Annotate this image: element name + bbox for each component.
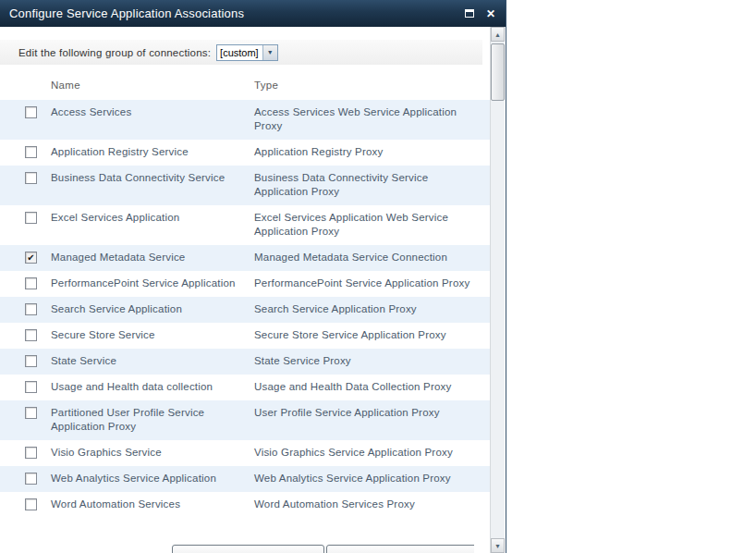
table-row: Visio Graphics Service Visio Graphics Se…	[0, 440, 490, 466]
dialog-content: Edit the following group of connections:…	[0, 27, 490, 553]
scroll-down-icon: ▼	[494, 543, 501, 549]
dropdown-button[interactable]: ▼	[262, 45, 277, 60]
partial-button-left[interactable]	[172, 545, 324, 553]
bottom-button-area	[0, 545, 474, 553]
row-checkbox[interactable]	[25, 498, 37, 510]
scroll-down-button[interactable]: ▼	[491, 538, 505, 553]
close-button[interactable]: ✕	[484, 7, 497, 20]
connection-group-bar: Edit the following group of connections:…	[0, 40, 482, 65]
table-row: Excel Services Application Excel Service…	[0, 205, 490, 245]
connection-group-value: [custom]	[217, 45, 262, 60]
scroll-up-icon: ▲	[494, 31, 501, 38]
row-name: Visio Graphics Service	[51, 446, 240, 460]
row-checkbox[interactable]	[25, 329, 37, 341]
row-type: Application Registry Proxy	[254, 145, 476, 159]
row-name: Partitioned User Profile Service Applica…	[51, 406, 240, 434]
row-type: Business Data Connectivity Service Appli…	[254, 171, 476, 199]
row-checkbox[interactable]	[25, 447, 37, 459]
connection-group-dropdown[interactable]: [custom] ▼	[216, 44, 278, 61]
scrollbar-thumb[interactable]	[491, 43, 505, 101]
row-checkbox[interactable]	[25, 355, 37, 367]
chevron-down-icon: ▼	[267, 49, 274, 55]
row-type: PerformancePoint Service Application Pro…	[254, 276, 476, 290]
desktop-background: Configure Service Application Associatio…	[0, 0, 756, 553]
configure-associations-dialog: Configure Service Application Associatio…	[0, 0, 506, 553]
row-checkbox[interactable]: ✔	[25, 252, 37, 264]
row-checkbox[interactable]	[25, 303, 37, 315]
table-row: Web Analytics Service Application Web An…	[0, 466, 490, 492]
row-type: Search Service Application Proxy	[254, 302, 476, 316]
row-type: User Profile Service Application Proxy	[254, 406, 476, 420]
table-row: Partitioned User Profile Service Applica…	[0, 400, 490, 440]
connection-group-label: Edit the following group of connections:	[18, 47, 211, 58]
row-name: Web Analytics Service Application	[51, 472, 240, 485]
table-header-row: Name Type	[0, 80, 490, 91]
row-name: Word Automation Services	[51, 498, 240, 511]
row-type: Managed Metadata Service Connection	[254, 251, 476, 264]
row-checkbox[interactable]	[25, 212, 37, 224]
table-row: Access Services Access Services Web Serv…	[0, 100, 490, 140]
row-type: Access Services Web Service Application …	[254, 105, 476, 133]
row-name: State Service	[51, 354, 240, 368]
row-name: Access Services	[51, 105, 240, 119]
row-name: Search Service Application	[51, 302, 240, 316]
row-name: Business Data Connectivity Service	[51, 171, 240, 185]
column-header-type: Type	[254, 80, 476, 91]
scroll-up-button[interactable]: ▲	[491, 27, 505, 42]
table-row: Business Data Connectivity Service Busin…	[0, 166, 490, 205]
maximize-button[interactable]	[463, 7, 476, 20]
row-type: Web Analytics Service Application Proxy	[254, 472, 476, 485]
row-name: Secure Store Service	[51, 328, 240, 342]
row-name: PerformancePoint Service Application	[51, 276, 240, 290]
row-type: Secure Store Service Application Proxy	[254, 328, 476, 342]
table-row: ✔ Managed Metadata Service Managed Metad…	[0, 245, 490, 271]
table-row: Secure Store Service Secure Store Servic…	[0, 323, 490, 349]
row-name: Managed Metadata Service	[51, 251, 240, 264]
row-checkbox[interactable]	[25, 381, 37, 393]
dialog-title: Configure Service Application Associatio…	[0, 6, 244, 20]
dialog-titlebar: Configure Service Application Associatio…	[0, 0, 506, 27]
row-type: State Service Proxy	[254, 354, 476, 368]
table-row: Word Automation Services Word Automation…	[0, 492, 490, 518]
table-row: Search Service Application Search Servic…	[0, 297, 490, 323]
row-checkbox[interactable]	[25, 277, 37, 289]
column-header-name: Name	[51, 80, 240, 91]
close-icon: ✕	[486, 7, 495, 20]
vertical-scrollbar[interactable]: ▲ ▼	[490, 27, 505, 553]
table-row: Usage and Health data collection Usage a…	[0, 375, 490, 400]
row-checkbox[interactable]	[25, 172, 37, 184]
table-row: PerformancePoint Service Application Per…	[0, 271, 490, 297]
row-checkbox[interactable]	[25, 473, 37, 485]
row-checkbox[interactable]	[25, 146, 37, 158]
row-name: Usage and Health data collection	[51, 380, 240, 394]
row-checkbox[interactable]	[25, 106, 37, 118]
partial-button-right[interactable]	[326, 545, 474, 553]
table-row: Application Registry Service Application…	[0, 140, 490, 166]
row-type: Word Automation Services Proxy	[254, 498, 476, 511]
row-name: Application Registry Service	[51, 145, 240, 159]
row-type: Excel Services Application Web Service A…	[254, 211, 476, 239]
scrollbar-track[interactable]	[491, 42, 505, 538]
table-row: State Service State Service Proxy	[0, 349, 490, 375]
row-type: Visio Graphics Service Application Proxy	[254, 446, 476, 460]
associations-list: Access Services Access Services Web Serv…	[0, 100, 490, 518]
row-checkbox[interactable]	[25, 407, 37, 419]
row-type: Usage and Health Data Collection Proxy	[254, 380, 476, 394]
maximize-icon	[465, 9, 474, 18]
row-name: Excel Services Application	[51, 211, 240, 225]
